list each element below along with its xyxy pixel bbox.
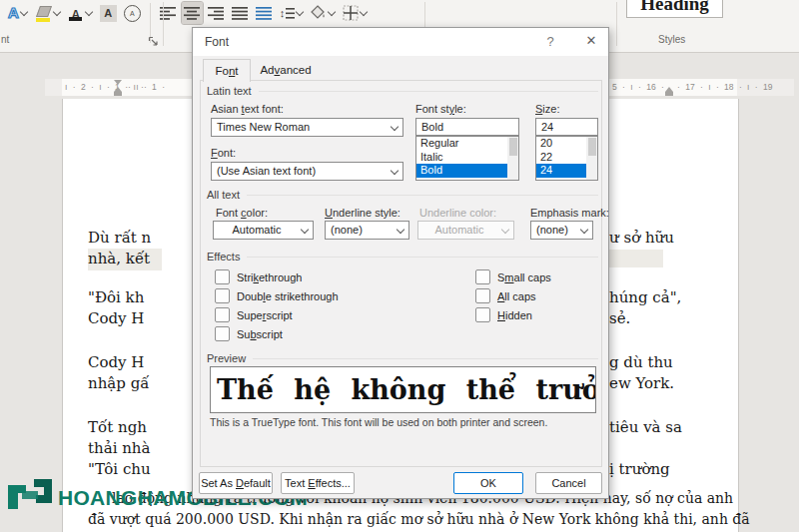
legend-text: All text <box>207 189 240 201</box>
label-accel: F <box>211 147 218 159</box>
text-effects-dialog-button[interactable]: Text Effects... <box>281 472 355 494</box>
doc-text-fragment: tiêu và sa <box>609 418 682 436</box>
strikethrough-checkbox[interactable]: Strikethrough <box>215 269 302 284</box>
enclose-characters-button[interactable]: A <box>122 2 143 24</box>
doc-text-fragment: nhập gấ <box>88 374 149 392</box>
cancel-button[interactable]: Cancel <box>535 472 602 494</box>
label-part: ize: <box>542 103 559 115</box>
chevron-down-icon <box>391 167 399 175</box>
label-part: olor: <box>247 207 268 219</box>
label-part: ffects... <box>316 477 351 489</box>
justify-button[interactable] <box>230 2 251 24</box>
font-value: (Use Asian text font) <box>217 165 316 177</box>
chevron-down-icon <box>85 8 93 16</box>
ruler-marks-left-2: · ı · 1 · <box>128 79 165 96</box>
checkbox-label: Small caps <box>497 271 551 283</box>
double-strikethrough-checkbox[interactable]: Double strikethrough <box>215 288 339 303</box>
borders-button[interactable] <box>341 2 370 24</box>
size-input[interactable]: 24 <box>535 118 598 136</box>
align-left-button[interactable] <box>158 2 179 24</box>
chevron-down-icon <box>391 123 399 131</box>
scrollbar[interactable] <box>507 137 518 180</box>
align-right-button[interactable] <box>206 2 227 24</box>
font-combobox[interactable]: (Use Asian text font) <box>211 162 403 181</box>
align-center-button[interactable] <box>182 2 203 24</box>
checkbox-box <box>215 288 230 303</box>
small-caps-checkbox[interactable]: Small caps <box>475 269 551 284</box>
effects-group-legend: Effects <box>207 251 598 263</box>
underline-color-label: Underline color: <box>419 207 496 219</box>
size-listbox[interactable]: 20 22 24 <box>535 136 598 181</box>
label-part: ethrough <box>259 271 302 283</box>
checkbox-label: Hidden <box>497 309 532 321</box>
checkbox-label: Double strikethrough <box>237 290 339 302</box>
set-as-default-button[interactable]: Set As Default <box>199 472 273 494</box>
doc-text-fragment: Cody H <box>88 353 144 371</box>
distribute-text-button[interactable] <box>254 2 275 24</box>
asian-text-font-value: Times New Roman <box>217 121 310 133</box>
all-caps-checkbox[interactable]: All caps <box>475 288 536 303</box>
paint-bucket-icon <box>311 5 327 21</box>
tab-font[interactable]: Font <box>203 59 251 82</box>
chevron-down-icon <box>328 8 336 16</box>
ok-button[interactable]: OK <box>453 472 523 494</box>
label-part: Font <box>216 207 241 219</box>
ribbon-icon-row: A A A A <box>6 1 370 25</box>
font-style-option-selected[interactable]: Bold <box>416 164 518 178</box>
font-style-input[interactable]: Bold <box>415 118 519 136</box>
doc-text-fragment: Dù rất n <box>88 229 151 247</box>
label-part: Stri <box>237 271 254 283</box>
size-label: Size: <box>535 103 559 115</box>
shading-button[interactable] <box>309 2 338 24</box>
dialog-title: Font <box>205 35 229 49</box>
tab-label-part: Fo <box>215 65 228 77</box>
ribbon-group-separator <box>616 2 617 46</box>
character-shading-button[interactable]: A <box>98 2 119 24</box>
label-part: Asian <box>211 103 242 115</box>
font-dialog-launcher[interactable] <box>148 36 159 47</box>
underline-color-combobox: Automatic <box>417 221 514 240</box>
first-line-indent-marker[interactable] <box>114 80 122 85</box>
font-color-combobox[interactable]: Automatic <box>213 221 314 240</box>
help-icon[interactable]: ? <box>540 34 560 49</box>
label-accel: H <box>497 309 505 321</box>
line-spacing-button[interactable]: ↕ <box>278 2 307 24</box>
emphasis-mark-label: Emphasis mark: <box>530 207 609 219</box>
hidden-checkbox[interactable]: Hidden <box>475 307 532 322</box>
tab-label-part: anced <box>280 64 311 76</box>
styles-group-label: Styles <box>658 34 685 45</box>
font-style-option[interactable]: Regular <box>416 137 518 151</box>
label-part: Su <box>237 328 250 340</box>
dialog-titlebar[interactable]: Font ? ✕ <box>193 28 608 56</box>
scrollbar-thumb[interactable] <box>509 138 517 156</box>
label-part: le: <box>454 103 466 115</box>
font-color-button[interactable]: A <box>66 2 95 24</box>
text-effects-button[interactable]: A <box>6 2 30 24</box>
label-accel: U <box>325 207 333 219</box>
tab-advanced[interactable]: Advanced <box>249 59 323 81</box>
checkbox-label: Superscript <box>237 309 293 321</box>
close-icon[interactable]: ✕ <box>578 33 604 48</box>
left-indent-marker[interactable] <box>114 92 122 96</box>
doc-selection-highlight <box>609 250 663 267</box>
superscript-checkbox[interactable]: Superscript <box>215 307 293 322</box>
asian-text-font-combobox[interactable]: Times New Roman <box>211 118 403 137</box>
label-part: ll caps <box>504 290 535 302</box>
legend-rule <box>247 257 598 258</box>
text-highlight-color-button[interactable] <box>33 2 63 24</box>
font-style-option[interactable]: Italic <box>416 151 518 165</box>
font-label: Font: <box>211 147 236 159</box>
underline-style-combobox[interactable]: (none) <box>325 221 409 240</box>
asian-text-font-label: Asian text font: <box>211 103 284 115</box>
character-shading-icon: A <box>100 5 117 22</box>
align-right-icon <box>208 6 225 21</box>
justify-icon <box>232 6 249 21</box>
legend-rule <box>253 358 598 359</box>
scrollbar[interactable] <box>586 137 597 180</box>
scrollbar-thumb[interactable] <box>588 138 596 156</box>
label-part: Doub <box>237 290 263 302</box>
font-style-listbox[interactable]: Regular Italic Bold <box>415 136 519 181</box>
emphasis-mark-combobox[interactable]: (none) <box>530 221 593 240</box>
style-gallery-tile-heading[interactable]: Heading <box>626 0 723 18</box>
subscript-checkbox[interactable]: Subscript <box>215 326 283 341</box>
